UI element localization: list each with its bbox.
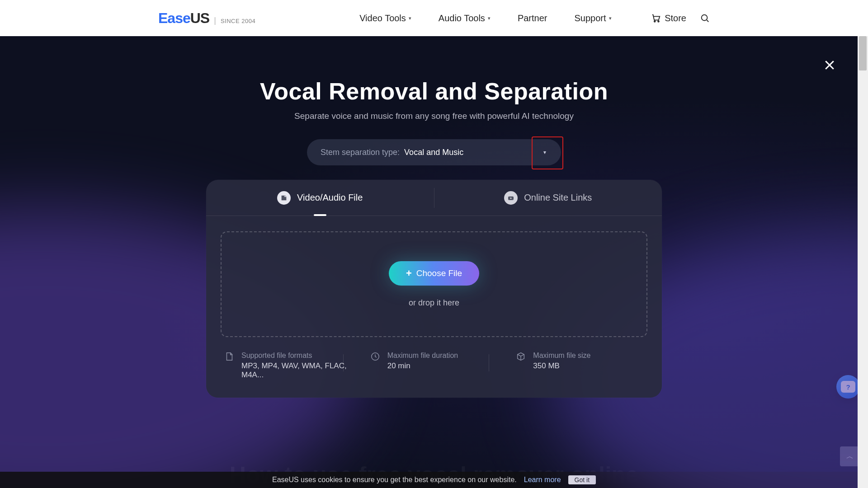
nav-partner[interactable]: Partner — [518, 13, 547, 23]
brand-ease: Ease — [158, 10, 190, 27]
nav-support[interactable]: Support ▾ — [574, 13, 611, 23]
nav-item-label: Audio Tools — [439, 13, 485, 23]
choose-file-label: Choose File — [416, 268, 462, 278]
stem-type-label: Stem separation type: — [321, 148, 400, 157]
spec-size: Maximum file size 350 MB — [498, 352, 644, 380]
main: Vocal Removal and Separation Separate vo… — [0, 36, 868, 488]
chevron-down-icon[interactable]: ▾ — [538, 146, 551, 159]
brand-divider: | — [214, 16, 216, 25]
upload-tabs: Video/Audio File Online Site Links — [206, 180, 662, 216]
spec-label: Maximum file size — [533, 352, 590, 360]
nav-item-label: Support — [574, 13, 606, 23]
chevron-up-icon: ︿ — [846, 452, 854, 461]
cart-icon — [651, 13, 661, 23]
spec-label: Maximum file duration — [387, 352, 458, 360]
page-subtitle: Separate voice and music from any song f… — [0, 111, 868, 121]
spec-value: 350 MB — [533, 361, 590, 371]
spec-value: MP3, MP4, WAV, WMA, FLAC, M4A... — [241, 361, 352, 380]
page-title: Vocal Removal and Separation — [0, 78, 868, 105]
clock-icon — [370, 352, 380, 363]
help-icon: ? — [841, 381, 855, 393]
drop-hint: or drop it here — [409, 298, 459, 308]
search-icon[interactable] — [700, 13, 710, 23]
brand-logo[interactable]: EaseUS | SINCE 2004 — [158, 10, 255, 27]
tab-label: Video/Audio File — [297, 192, 363, 203]
chevron-down-icon: ▾ — [488, 15, 491, 21]
dropzone[interactable]: + Choose File or drop it here — [221, 231, 647, 337]
stem-type-value: Vocal and Music — [404, 148, 463, 157]
tab-label: Online Site Links — [524, 192, 592, 203]
plus-icon: + — [406, 267, 412, 279]
stem-type-select[interactable]: Stem separation type: Vocal and Music ▾ — [307, 139, 561, 165]
nav-right: Store — [651, 13, 710, 23]
store-link[interactable]: Store — [651, 13, 686, 23]
svg-point-1 — [658, 21, 659, 22]
cube-icon — [516, 352, 526, 363]
cookie-accept-button[interactable]: Got it — [568, 475, 596, 484]
chevron-down-icon: ▾ — [609, 15, 612, 21]
spec-value: 20 min — [387, 361, 458, 371]
upload-card: Video/Audio File Online Site Links + Cho… — [206, 180, 662, 398]
spec-label: Supported file formats — [241, 352, 352, 360]
cookie-message: EaseUS uses cookies to ensure you get th… — [272, 476, 517, 484]
nav-audio-tools[interactable]: Audio Tools ▾ — [439, 13, 491, 23]
cookie-learn-more-link[interactable]: Learn more — [524, 476, 561, 484]
spec-duration: Maximum file duration 20 min — [352, 352, 498, 380]
document-icon — [224, 352, 234, 363]
nav-item-label: Video Tools — [359, 13, 406, 23]
brand-since: SINCE 2004 — [221, 18, 255, 24]
file-icon — [277, 191, 291, 205]
nav-item-label: Partner — [518, 13, 547, 23]
specs: Supported file formats MP3, MP4, WAV, WM… — [206, 337, 662, 398]
tab-file[interactable]: Video/Audio File — [206, 180, 434, 216]
chevron-down-icon: ▾ — [409, 15, 411, 21]
scroll-to-top-button[interactable]: ︿ — [840, 446, 860, 466]
store-label: Store — [665, 13, 686, 23]
link-icon — [504, 191, 518, 205]
nav-video-tools[interactable]: Video Tools ▾ — [359, 13, 411, 23]
nav-center: Video Tools ▾ Audio Tools ▾ Partner Supp… — [359, 13, 611, 23]
brand-us: US — [190, 10, 209, 27]
cookie-bar: EaseUS uses cookies to ensure you get th… — [0, 472, 868, 488]
scrollbar-thumb[interactable] — [859, 36, 867, 70]
svg-point-0 — [654, 21, 656, 22]
spec-formats: Supported file formats MP3, MP4, WAV, WM… — [224, 352, 352, 380]
help-chat-button[interactable]: ? — [836, 375, 860, 399]
top-nav: EaseUS | SINCE 2004 Video Tools ▾ Audio … — [0, 0, 868, 36]
svg-point-2 — [702, 15, 708, 21]
close-icon[interactable] — [823, 58, 836, 75]
choose-file-button[interactable]: + Choose File — [389, 261, 479, 286]
tab-links[interactable]: Online Site Links — [434, 180, 662, 216]
